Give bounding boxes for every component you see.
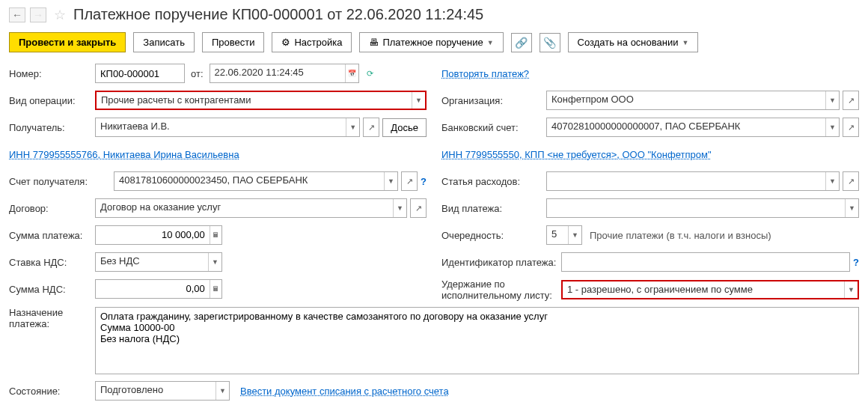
open-icon[interactable]: ↗ bbox=[410, 198, 427, 218]
vat-sum-label: Сумма НДС: bbox=[9, 284, 95, 295]
writeoff-link[interactable]: Ввести документ списания с расчетного сч… bbox=[240, 386, 449, 397]
expense-label: Статья расходов: bbox=[441, 176, 546, 187]
sum-input[interactable] bbox=[96, 226, 210, 243]
calendar-icon[interactable]: 📅 bbox=[345, 64, 358, 82]
chevron-down-icon[interactable]: ▼ bbox=[825, 91, 839, 109]
state-select[interactable]: Подготовлено ▼ bbox=[95, 381, 230, 401]
nav-back-button[interactable]: ← bbox=[9, 7, 25, 22]
expense-select[interactable]: ▼ bbox=[546, 171, 840, 191]
number-label: Номер: bbox=[9, 68, 95, 79]
date-input[interactable]: 22.06.2020 11:24:45 bbox=[210, 64, 345, 82]
page-title: Платежное поручение КП00-000001 от 22.06… bbox=[73, 6, 483, 23]
chevron-down-icon[interactable]: ▼ bbox=[825, 118, 839, 136]
contract-label: Договор: bbox=[9, 203, 95, 214]
organization-label: Организация: bbox=[441, 95, 546, 106]
open-icon[interactable]: ↗ bbox=[843, 91, 859, 110]
nav-forward-button[interactable]: → bbox=[30, 7, 46, 22]
chevron-down-icon[interactable]: ▼ bbox=[568, 226, 581, 244]
post-and-close-button[interactable]: Провести и закрыть bbox=[9, 32, 126, 52]
contract-select[interactable]: Договор на оказание услуг ▼ bbox=[95, 198, 407, 218]
identifier-label: Идентификатор платежа: bbox=[441, 257, 561, 268]
operation-type-select[interactable]: Прочие расчеты с контрагентами ▼ bbox=[95, 91, 427, 110]
bank-account-label: Банковский счет: bbox=[441, 122, 546, 133]
number-input[interactable] bbox=[95, 64, 185, 83]
operation-type-label: Вид операции: bbox=[9, 95, 95, 106]
recipient-label: Получатель: bbox=[9, 122, 95, 133]
calculator-icon[interactable]: 🖩 bbox=[210, 280, 221, 298]
recipient-account-select[interactable]: 40817810600000023450, ПАО СБЕРБАНК ▼ bbox=[114, 171, 398, 191]
withholding-label: Удержание по исполнительному листу: bbox=[441, 278, 561, 301]
payment-type-label: Вид платежа: bbox=[441, 203, 546, 214]
create-based-on-button[interactable]: Создать на основании▼ bbox=[568, 32, 699, 52]
chevron-down-icon[interactable]: ▼ bbox=[346, 118, 359, 136]
attachment-icon-button[interactable]: 📎 bbox=[540, 33, 560, 52]
chevron-down-icon: ▼ bbox=[682, 39, 688, 46]
open-icon[interactable]: ↗ bbox=[843, 171, 859, 191]
help-icon[interactable]: ? bbox=[853, 257, 859, 268]
chevron-down-icon: ▼ bbox=[487, 39, 494, 46]
favorite-star-icon[interactable]: ☆ bbox=[51, 7, 69, 23]
sum-label: Сумма платежа: bbox=[9, 230, 95, 241]
organization-inn-link[interactable]: ИНН 7799555550, КПП <не требуется>, ООО … bbox=[441, 149, 712, 160]
priority-select[interactable]: 5 ▼ bbox=[546, 225, 582, 245]
gear-icon: ⚙ bbox=[281, 37, 290, 48]
chevron-down-icon[interactable]: ▼ bbox=[844, 281, 858, 298]
print-button[interactable]: 🖶Платежное поручение▼ bbox=[359, 32, 503, 52]
vat-sum-input[interactable] bbox=[96, 280, 210, 296]
chevron-down-icon[interactable]: ▼ bbox=[845, 199, 858, 217]
payment-type-select[interactable]: ▼ bbox=[546, 198, 859, 218]
settings-button[interactable]: ⚙Настройка bbox=[272, 32, 352, 52]
bank-account-select[interactable]: 40702810000000000007, ПАО СБЕРБАНК ▼ bbox=[546, 118, 840, 137]
dossier-button[interactable]: Досье bbox=[382, 118, 427, 137]
priority-label: Очередность: bbox=[441, 230, 546, 241]
help-icon[interactable]: ? bbox=[421, 176, 427, 187]
recipient-select[interactable]: Никитаева И.В. ▼ bbox=[95, 118, 360, 137]
printer-icon: 🖶 bbox=[369, 37, 379, 48]
open-icon[interactable]: ↗ bbox=[401, 171, 418, 191]
purpose-textarea[interactable] bbox=[95, 307, 859, 374]
purpose-label: Назначение платежа: bbox=[9, 307, 95, 329]
repeat-payment-link[interactable]: Повторять платеж? bbox=[441, 68, 529, 79]
state-label: Состояние: bbox=[9, 386, 95, 397]
open-icon[interactable]: ↗ bbox=[843, 118, 859, 137]
organization-select[interactable]: Конфетпром ООО ▼ bbox=[546, 91, 840, 110]
chevron-down-icon[interactable]: ▼ bbox=[825, 172, 839, 190]
identifier-input[interactable] bbox=[561, 252, 850, 272]
withholding-select[interactable]: 1 - разрешено, с ограничением по сумме ▼ bbox=[561, 280, 859, 299]
chevron-down-icon[interactable]: ▼ bbox=[208, 253, 221, 271]
open-icon[interactable]: ↗ bbox=[363, 118, 379, 137]
priority-hint: Прочие платежи (в т.ч. налоги и взносы) bbox=[585, 230, 771, 241]
post-button[interactable]: Провести bbox=[202, 32, 265, 52]
chevron-down-icon[interactable]: ▼ bbox=[393, 199, 406, 217]
vat-rate-label: Ставка НДС: bbox=[9, 257, 95, 268]
chevron-down-icon[interactable]: ▼ bbox=[384, 172, 397, 190]
chevron-down-icon[interactable]: ▼ bbox=[412, 92, 425, 109]
save-button[interactable]: Записать bbox=[133, 32, 195, 52]
vat-rate-select[interactable]: Без НДС ▼ bbox=[95, 252, 222, 272]
chevron-down-icon[interactable]: ▼ bbox=[216, 382, 229, 400]
refresh-icon[interactable]: ⟳ bbox=[362, 64, 379, 83]
calculator-icon[interactable]: 🖩 bbox=[210, 226, 221, 244]
recipient-account-label: Счет получателя: bbox=[9, 176, 114, 187]
from-label: от: bbox=[188, 68, 207, 79]
recipient-inn-link[interactable]: ИНН 779955555766, Никитаева Ирина Василь… bbox=[9, 149, 239, 160]
link-icon-button[interactable]: 🔗 bbox=[511, 33, 532, 52]
